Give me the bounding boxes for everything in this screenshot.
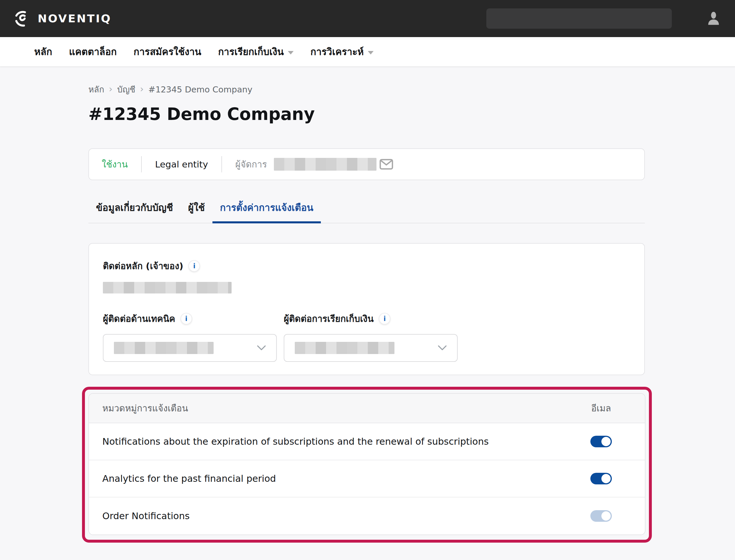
email-toggle-disabled bbox=[590, 510, 612, 522]
notification-row-label: Order Notifications bbox=[102, 510, 571, 521]
email-toggle[interactable] bbox=[590, 436, 612, 447]
brand-name: NOVENTIQ bbox=[38, 12, 112, 25]
technical-contact-select[interactable] bbox=[103, 334, 277, 362]
chevron-down-icon bbox=[288, 51, 293, 54]
notification-row-label: Analytics for the past financial period bbox=[102, 473, 571, 484]
noventiq-logo-icon bbox=[14, 10, 32, 28]
table-row: Order Notifications bbox=[89, 497, 645, 535]
info-icon[interactable]: i bbox=[180, 313, 192, 324]
email-column-header: อีเมล bbox=[571, 401, 632, 415]
notification-row-label: Notifications about the expiration of su… bbox=[102, 436, 571, 447]
contacts-card: ติดต่อหลัก (เจ้าของ) i ผู้ติดต่อด้านเทคน… bbox=[88, 243, 645, 375]
entity-type-label: Legal entity bbox=[155, 159, 208, 169]
billing-contact-label: ผู้ติดต่อการเรียกเก็บเงิน i bbox=[284, 311, 458, 326]
notification-settings-card: หมวดหมู่การแจ้งเตือน อีเมล Notifications… bbox=[88, 393, 645, 535]
notification-table-header: หมวดหมู่การแจ้งเตือน อีเมล bbox=[89, 394, 645, 423]
page-title: #12345 Demo Company bbox=[88, 104, 645, 124]
technical-contact-label: ผู้ติดต่อด้านเทคนิค i bbox=[103, 311, 277, 326]
nav-item-billing[interactable]: การเรียกเก็บเงิน bbox=[218, 44, 293, 59]
chevron-down-icon bbox=[257, 345, 266, 351]
account-summary-card: ใช้งาน Legal entity ผู้จัดการ bbox=[88, 148, 645, 180]
primary-contact-label: ติดต่อหลัก (เจ้าของ) i bbox=[103, 259, 630, 273]
divider bbox=[221, 156, 222, 172]
breadcrumb-current: #12345 Demo Company bbox=[148, 85, 252, 94]
user-icon bbox=[706, 11, 721, 26]
tab-notification-settings[interactable]: การตั้งค่าการแจ้งเตือน bbox=[212, 193, 321, 223]
manager-label: ผู้จัดการ bbox=[235, 157, 267, 172]
app-header: NOVENTIQ bbox=[0, 0, 735, 37]
breadcrumb: หลัก › บัญชี › #12345 Demo Company bbox=[88, 83, 645, 96]
email-envelope-icon[interactable] bbox=[380, 158, 393, 170]
manager-name-redacted bbox=[274, 158, 377, 171]
breadcrumb-home-link[interactable]: หลัก bbox=[88, 83, 104, 96]
tab-users[interactable]: ผู้ใช้ bbox=[180, 193, 212, 223]
nav-item-home[interactable]: หลัก bbox=[34, 44, 52, 59]
category-column-header: หมวดหมู่การแจ้งเตือน bbox=[102, 401, 188, 415]
notification-highlight-annotation: หมวดหมู่การแจ้งเตือน อีเมล Notifications… bbox=[82, 387, 652, 543]
chevron-down-icon bbox=[368, 51, 374, 54]
nav-item-catalog[interactable]: แคตตาล็อก bbox=[69, 44, 117, 59]
divider bbox=[141, 156, 142, 172]
user-menu-button[interactable] bbox=[706, 11, 721, 26]
breadcrumb-accounts-link[interactable]: บัญชี bbox=[117, 83, 135, 96]
table-row: Analytics for the past financial period bbox=[89, 460, 645, 497]
breadcrumb-separator: › bbox=[140, 84, 144, 95]
info-icon[interactable]: i bbox=[379, 313, 391, 324]
email-toggle[interactable] bbox=[590, 473, 612, 484]
table-row: Notifications about the expiration of su… bbox=[89, 423, 645, 460]
primary-contact-value-redacted bbox=[103, 282, 231, 293]
info-icon[interactable]: i bbox=[188, 260, 200, 272]
account-tabs: ข้อมูลเกี่ยวกับบัญชี ผู้ใช้ การตั้งค่ากา… bbox=[88, 193, 645, 223]
noventiq-logo[interactable]: NOVENTIQ bbox=[14, 10, 112, 28]
status-badge: ใช้งาน bbox=[102, 157, 128, 172]
billing-contact-value-redacted bbox=[295, 342, 395, 354]
tab-account-info[interactable]: ข้อมูลเกี่ยวกับบัญชี bbox=[88, 193, 180, 223]
technical-contact-value-redacted bbox=[114, 342, 214, 354]
nav-item-subscriptions[interactable]: การสมัครใช้งาน bbox=[134, 44, 201, 59]
search-input[interactable] bbox=[486, 8, 672, 29]
breadcrumb-separator: › bbox=[109, 84, 112, 95]
chevron-down-icon bbox=[438, 345, 447, 351]
nav-item-analytics[interactable]: การวิเคราะห์ bbox=[310, 44, 374, 59]
billing-contact-select[interactable] bbox=[284, 334, 458, 362]
main-nav: หลัก แคตตาล็อก การสมัครใช้งาน การเรียกเก… bbox=[0, 37, 735, 67]
